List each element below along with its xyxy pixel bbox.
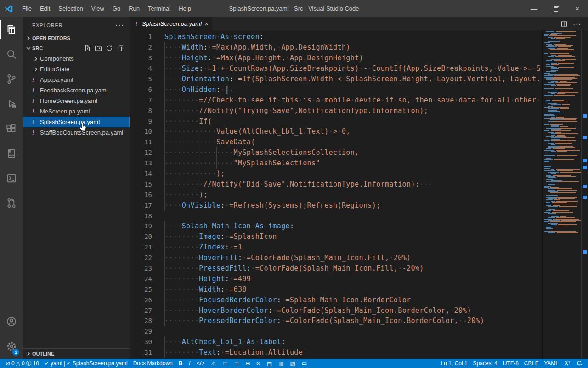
menu-terminal[interactable]: Terminal (144, 0, 175, 17)
code-line-24[interactable]: 24········Height:·=499 (130, 273, 541, 284)
refresh-icon[interactable] (104, 44, 115, 53)
code-line-27[interactable]: 27········HoverBorderColor:·=ColorFade(S… (130, 305, 541, 316)
cursor-position[interactable]: Ln 1, Col 1 (438, 360, 470, 367)
code-line-11[interactable]: 11············SaveData( (130, 137, 541, 147)
clipboard-icon[interactable]: ▥ (275, 360, 287, 367)
code-line-21[interactable]: 21········ZIndex:·=1 (130, 242, 541, 253)
editor-more-icon[interactable]: ··· (571, 20, 583, 28)
code-line-3[interactable]: 3····Height:·=Max(App.Height,·App.Design… (130, 53, 541, 63)
new-folder-icon[interactable] (93, 44, 104, 53)
code-line-29[interactable]: 29 (130, 326, 541, 337)
link-icon[interactable]: ∞ (253, 360, 264, 367)
new-file-icon[interactable] (82, 44, 93, 53)
problems-status[interactable]: ⊘ 0 △ 0 ⓘ 10 (3, 360, 42, 368)
code-line-25[interactable]: 25········Width:·=638 (130, 284, 541, 294)
code-line-23[interactable]: 23········PressedFill:·=ColorFade(Splash… (130, 263, 541, 274)
src-section-header[interactable]: SRC (23, 43, 130, 53)
code-line-6[interactable]: 6····OnHidden:·|- (130, 84, 541, 95)
minimap-line (544, 102, 568, 102)
bullet-list-icon[interactable]: ≣ (231, 360, 242, 367)
encoding-status[interactable]: UTF-8 (500, 360, 521, 367)
eol-status[interactable]: CRLF (521, 360, 541, 367)
save-file-icon[interactable]: ▤ (264, 360, 275, 367)
notifications-bell-icon[interactable] (573, 360, 585, 367)
minimap[interactable] (542, 30, 582, 359)
tree-file-homescreen-pa-yaml[interactable]: !HomeScreen.pa.yaml (23, 96, 130, 106)
menu-view[interactable]: View (87, 0, 108, 17)
explorer-icon[interactable] (0, 17, 23, 42)
bold-icon[interactable]: B (175, 360, 186, 367)
alert-icon[interactable]: ⚠ (208, 360, 219, 367)
code-line-7[interactable]: 7········=//Check·to·see·if·this·is·a·mo… (130, 95, 541, 105)
outline-section[interactable]: OUTLINE (23, 348, 130, 359)
tree-file-mescreen-pa-yaml[interactable]: !MeScreen.pa.yaml (23, 106, 130, 117)
code-line-20[interactable]: 20········Image:·=SplashIcon (130, 232, 541, 242)
close-button[interactable]: × (566, 0, 588, 17)
tree-folder-components[interactable]: Components (23, 53, 130, 64)
menu-selection[interactable]: Selection (54, 0, 87, 17)
menu-help[interactable]: Help (175, 0, 195, 17)
code-editor[interactable]: 1SplashScreen·As·screen:2····Width:·=Max… (130, 30, 588, 359)
code-line-18[interactable]: 18 (130, 210, 541, 221)
tab-close-icon[interactable]: × (202, 20, 209, 28)
code-line-12[interactable]: 12················MySplashSelectionsColl… (130, 147, 541, 158)
tab-splashscreen[interactable]: ! SplashScreen.pa.yaml × (130, 17, 212, 30)
code-line-30[interactable]: 30····AltCheck_Lbl_1·As·label: (130, 337, 541, 347)
docs-markdown-status[interactable]: Docs Markdown (130, 360, 175, 367)
code-line-31[interactable]: 31········Text:·=Location.Altitude (130, 347, 541, 358)
settings-gear-icon[interactable]: 1 (0, 334, 23, 359)
extensions-icon[interactable] (0, 116, 23, 141)
check-icon: ✓ (45, 360, 49, 367)
menu-file[interactable]: File (18, 0, 36, 17)
code-line-26[interactable]: 26········FocusedBorderColor:·=Splash_Ma… (130, 294, 541, 305)
notebook-icon[interactable] (0, 141, 23, 166)
numbered-list-icon[interactable]: ≔ (219, 360, 231, 367)
language-mode[interactable]: YAML (541, 360, 561, 367)
indentation-status[interactable]: Spaces: 4 (470, 360, 500, 367)
explorer-more-icon[interactable]: ··· (115, 21, 124, 29)
tree-file-feedbackscreen-pa-yaml[interactable]: !FeedbackScreen.pa.yaml (23, 85, 130, 96)
code-line-14[interactable]: 14············); (130, 169, 541, 179)
open-editors-section[interactable]: OPEN EDITORS (23, 33, 130, 43)
menu-run[interactable]: Run (124, 0, 144, 17)
yaml-schema-status[interactable]: ✓ yaml | ✓ SplashScreen.pa.yaml (42, 360, 130, 367)
code-line-2[interactable]: 2····Width:·=Max(App.Width,·App.DesignWi… (130, 42, 541, 53)
code-line-4[interactable]: 4····Size:·=1·+·CountRows(App.SizeBreakp… (130, 63, 541, 74)
search-icon[interactable] (0, 42, 23, 67)
code-line-13[interactable]: 13················"MySplashSelections" (130, 158, 541, 169)
split-editor-icon[interactable] (558, 20, 571, 28)
code-line-9[interactable]: 9········If( (130, 116, 541, 126)
italic-icon[interactable]: i (186, 360, 193, 367)
restore-button[interactable] (545, 0, 566, 17)
feedback-icon[interactable] (561, 360, 573, 367)
pull-request-icon[interactable] (0, 191, 23, 215)
tree-folder-editorstate[interactable]: EditorState (23, 64, 130, 74)
code-file-icon[interactable]: ▧ (287, 360, 299, 367)
preview-icon[interactable]: ▭ (299, 360, 310, 367)
code-line-16[interactable]: 16········); (130, 189, 541, 200)
code-icon[interactable]: </> (193, 360, 208, 367)
code-line-17[interactable]: 17····OnVisible:·=Refresh(Systems);Refre… (130, 200, 541, 210)
minimize-button[interactable]: — (523, 0, 545, 17)
code-line-5[interactable]: 5····Orientation:·=If(SplashScreen.Width… (130, 74, 541, 85)
menu-edit[interactable]: Edit (36, 0, 54, 17)
table-icon[interactable]: ⊞ (242, 360, 253, 367)
code-line-19[interactable]: 19····Splash_Main_Icon·As·image: (130, 221, 541, 232)
code-line-15[interactable]: 15·········//Notify("Did·Save",Notificat… (130, 179, 541, 189)
tree-file-app-pa-yaml[interactable]: !App.pa.yaml (23, 74, 130, 85)
collapse-folders-icon[interactable] (115, 44, 126, 53)
source-control-icon[interactable] (0, 67, 23, 91)
code-line-22[interactable]: 22········HoverFill:·=ColorFade(Splash_M… (130, 253, 541, 263)
overview-ruler[interactable] (582, 30, 588, 359)
tree-file-staffbedcountsscreen-pa-yaml[interactable]: !StaffBedCountsScreen.pa.yaml (23, 127, 130, 138)
code-line-28[interactable]: 28········PressedBorderColor:·=ColorFade… (130, 316, 541, 326)
code-line-8[interactable]: 8········//Notify("Trying·Save",Notifica… (130, 105, 541, 116)
terminal-icon[interactable] (0, 166, 23, 191)
code-line-1[interactable]: 1SplashScreen·As·screen: (130, 32, 541, 42)
account-icon[interactable] (0, 309, 23, 334)
tree-file-splashscreen-pa-yaml[interactable]: !SplashScreen.pa.yaml (23, 117, 130, 127)
code-line-10[interactable]: 10············Value(AltCheck_Lbl_1.Text)… (130, 126, 541, 137)
run-debug-icon[interactable] (0, 91, 23, 116)
menu-go[interactable]: Go (108, 0, 124, 17)
minimap-line (551, 216, 566, 217)
